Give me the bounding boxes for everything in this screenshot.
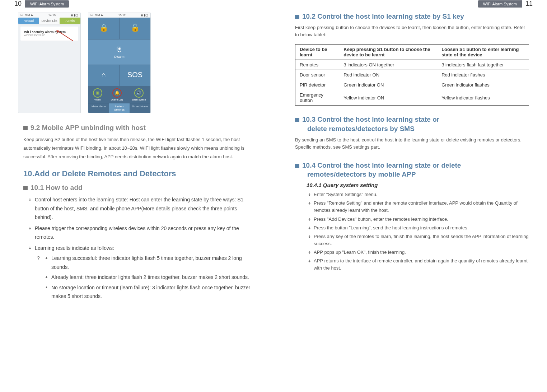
th-device: Device to be learnt (295, 45, 339, 60)
heading-9-2: 9.2 Mobile APP unbinding with host (23, 124, 252, 132)
paragraph-10-3: By sending an SMS to the host, control t… (295, 136, 529, 151)
page-header-left: 10 WIFI Alarm System (0, 0, 270, 8)
bullet-item: Control host enters into the learning st… (28, 195, 252, 222)
tile-label: Disarm (114, 55, 125, 59)
heading-10-4: 10.4 Control the host into learning stat… (295, 161, 529, 179)
status-time: 15:12 (118, 14, 126, 17)
camera-icon: ▣ (95, 90, 99, 95)
cell: Red indicator ON (339, 70, 437, 80)
question-mark: ? (37, 254, 40, 263)
battery-icon: ◉ ▮▢ (141, 14, 148, 17)
table-row: PIR detectorGreen indicator ONGreen indi… (295, 80, 529, 90)
sub-bullets: ?Learning successful: three indicator li… (35, 254, 252, 301)
bottom-tabs: Main Menu System Settings Smart Home (88, 103, 150, 113)
page-header-right: WIFI Alarm System 11 (277, 0, 547, 8)
heading-10-4-1: 10.4.1 Query system setting (307, 182, 529, 188)
circ-label: Video (94, 98, 101, 101)
sub-text: Learning successful: three indicator lig… (51, 255, 242, 270)
page-11: WIFI Alarm System 11 10.2 Control the ho… (274, 0, 547, 392)
bullet-item: Please trigger the corresponding wireles… (28, 224, 252, 242)
square-bullet-icon (295, 118, 299, 122)
tab-device-list[interactable]: Device List (39, 18, 60, 24)
step-item: Enter "System Settings" menu. (308, 191, 529, 198)
table-header-row: Device to be learnt Keep pressing S1 but… (295, 45, 529, 60)
lock-icon: 🔒 (99, 23, 108, 32)
heading-10-3: 10.3 Control the host into learning stat… (295, 115, 529, 133)
tile-arm[interactable]: 🔒 (88, 18, 119, 39)
action-siren-switch[interactable]: 🔊Siren Switch (132, 88, 146, 101)
action-video[interactable]: ▣Video (93, 88, 102, 101)
cell: Red indicator flashes (437, 70, 529, 80)
action-alarm-log[interactable]: 🔔Alarm Log (111, 88, 123, 101)
tab-admin[interactable]: Admin (60, 18, 80, 24)
step-item: APP pops up "Learn OK", finish the learn… (308, 249, 529, 256)
table-row: Door sensorRed indicator ONRed indicator… (295, 70, 529, 80)
square-bullet-icon (23, 186, 28, 190)
cell: 3 indicators ON together (339, 60, 437, 70)
cell: Yellow indicator ON (339, 90, 437, 106)
heading-line-2: remotes/detectors by mobile APP (307, 170, 529, 179)
heading-10-2: 10.2 Control the host into learning stat… (295, 13, 529, 20)
cell: Yellow indicator flashes (437, 90, 529, 106)
tile-disarm-label[interactable]: ⛨Disarm (88, 39, 150, 64)
heading-line-2: delete remotes/detectors by SMS (307, 124, 529, 134)
tab-smart-home[interactable]: Smart Home (130, 103, 150, 113)
unlock-icon: 🔓 (131, 23, 140, 32)
cell: Door sensor (295, 70, 339, 80)
phone-body: WiFi security alarm system ACCF2356289C (18, 24, 80, 113)
page-10: 10 WIFI Alarm System No SIM ⇆ 14:19 ◉ ▮▢… (0, 0, 274, 392)
tab-reload[interactable]: Reload (18, 18, 39, 24)
page-number-10: 10 (14, 0, 22, 8)
bullet-item: Learning results indicate as follows: ?L… (28, 244, 252, 301)
cell: PIR detector (295, 80, 339, 90)
right-content: 10.2 Control the host into learning stat… (277, 13, 547, 272)
heading-text: 10.2 Control the host into learning stat… (302, 13, 464, 20)
cell: 3 indicators flash fast together (437, 60, 529, 70)
tile-grid: 🔒 🔓 ⛨Disarm ⌂ SOS (88, 18, 150, 86)
heading-10-1: 10.1 How to add (23, 184, 252, 192)
tab-main-menu[interactable]: Main Menu (88, 103, 109, 113)
phone-screenshot-main-menu: No SIM ⇆ 15:12 ◉ ▮▢ 🔒 🔓 ⛨Disarm ⌂ SOS ▣V… (88, 13, 151, 113)
header-tab-right: WIFI Alarm System (478, 0, 522, 8)
speaker-icon: 🔊 (136, 90, 141, 95)
status-bar: No SIM ⇆ 14:19 ◉ ▮▢ (18, 13, 80, 18)
cell: Remotes (295, 60, 339, 70)
th-press: Keep pressing S1 button to choose the de… (339, 45, 437, 60)
heading-line-1: 10.3 Control the host into learning stat… (302, 116, 439, 123)
cell: Emergency button (295, 90, 339, 106)
cell: Green indicator flashes (437, 80, 529, 90)
device-title: WiFi security alarm system (24, 30, 75, 34)
status-bar: No SIM ⇆ 15:12 ◉ ▮▢ (88, 13, 150, 18)
bullets-10-1: Control host enters into the learning st… (23, 195, 252, 301)
square-bullet-icon (295, 15, 299, 19)
cell: Green indicator ON (339, 80, 437, 90)
square-bullet-icon (23, 126, 28, 130)
step-item: Press "Add Devices" button, enter the re… (308, 216, 529, 223)
battery-icon: ◉ ▮▢ (71, 14, 78, 17)
th-loosen: Loosen S1 button to enter learning state… (437, 45, 529, 60)
paragraph-10-2: First keep pressing button to choose the… (295, 24, 529, 38)
paragraph-9-2: Keep pressing S2 button of the host five… (23, 135, 252, 161)
shield-icon: ⛨ (116, 45, 123, 53)
tab-system-settings[interactable]: System Settings (109, 103, 130, 113)
square-bullet-icon (295, 164, 299, 168)
tabs-row: Reload Device List Admin (18, 18, 80, 24)
circle-actions: ▣Video 🔔Alarm Log 🔊Siren Switch (88, 86, 150, 103)
steps-10-4-1: Enter "System Settings" menu. Press "Rem… (295, 191, 529, 272)
bullet-text: Learning results indicate as follows: (35, 245, 114, 251)
heading-text: 10.1 How to add (31, 184, 83, 191)
sub-bullet-item: No storage location or timeout (learn fa… (45, 283, 252, 301)
device-row[interactable]: WiFi security alarm system ACCF2356289C (20, 27, 78, 41)
tile-disarm[interactable]: 🔓 (120, 18, 150, 39)
left-content: 9.2 Mobile APP unbinding with host Keep … (0, 124, 270, 301)
heading-10: 10.Add or Delete Remotes and Detectors (23, 169, 252, 180)
step-item: Press "Remote Setting" and enter the rem… (308, 200, 529, 214)
bell-icon: 🔔 (114, 90, 120, 95)
header-tab-left: WIFI Alarm System (25, 0, 69, 8)
tile-home[interactable]: ⌂ (88, 65, 119, 86)
heading-line-1: 10.4 Control the host into learning stat… (302, 162, 461, 169)
tile-sos[interactable]: SOS (120, 65, 150, 86)
status-sim: No SIM ⇆ (90, 14, 103, 17)
status-sim: No SIM ⇆ (20, 14, 33, 17)
sub-bullet-item: Already learnt: three indicator lights f… (45, 273, 252, 282)
